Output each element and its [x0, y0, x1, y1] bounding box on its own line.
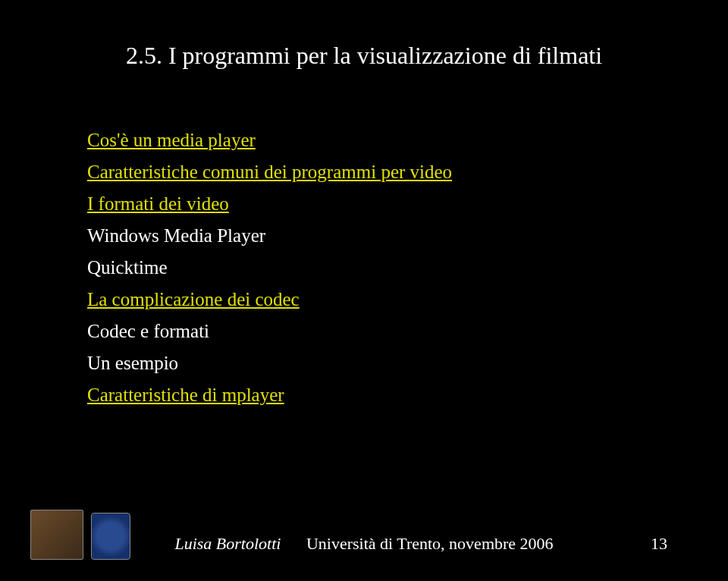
item-text: Windows Media Player: [87, 225, 265, 246]
list-item: Codec e formati: [87, 316, 452, 347]
item-link[interactable]: La complicazione dei codec: [87, 289, 300, 309]
list-item: Windows Media Player: [87, 221, 452, 251]
footer-text: Luisa Bortolotti Università di Trento, n…: [0, 534, 728, 554]
item-link[interactable]: Caratteristiche comuni dei programmi per…: [87, 162, 452, 182]
item-link[interactable]: Cos'è un media player: [87, 130, 256, 150]
slide-title: 2.5. I programmi per la visualizzazione …: [0, 42, 728, 70]
item-text: Un esempio: [87, 353, 178, 373]
item-text: Codec e formati: [87, 321, 209, 341]
list-item[interactable]: Caratteristiche comuni dei programmi per…: [87, 157, 452, 187]
list-item[interactable]: Caratteristiche di mplayer: [87, 380, 452, 410]
content-list: Cos'è un media player Caratteristiche co…: [87, 125, 452, 412]
slide: 2.5. I programmi per la visualizzazione …: [0, 0, 728, 581]
footer-author: Luisa Bortolotti: [174, 534, 281, 553]
page-number: 13: [651, 534, 667, 554]
item-link[interactable]: Caratteristiche di mplayer: [87, 385, 284, 405]
list-item[interactable]: I formati dei video: [87, 189, 452, 219]
item-text: Quicktime: [87, 257, 168, 278]
footer-affiliation: Università di Trento, novembre 2006: [306, 534, 554, 553]
item-link[interactable]: I formati dei video: [87, 193, 229, 214]
list-item: Un esempio: [87, 348, 452, 378]
list-item[interactable]: Cos'è un media player: [87, 125, 452, 155]
list-item[interactable]: La complicazione dei codec: [87, 284, 452, 315]
list-item: Quicktime: [87, 253, 452, 283]
